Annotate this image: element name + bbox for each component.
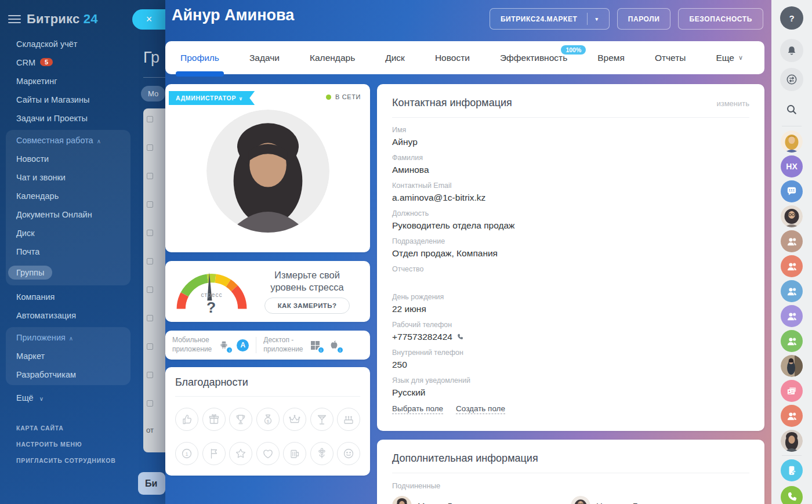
sidebar-item-market[interactable]: Маркет	[6, 347, 130, 365]
sitemap-link[interactable]: КАРТА САЙТА	[0, 420, 136, 436]
row-checkbox[interactable]	[147, 287, 153, 293]
tab-calendar[interactable]: Календарь	[310, 41, 355, 74]
beer-icon[interactable]	[283, 442, 306, 465]
cocktail-icon[interactable]	[310, 408, 334, 431]
tab-reports[interactable]: Отчеты	[655, 41, 686, 74]
configure-menu-link[interactable]: НАСТРОИТЬ МЕНЮ	[0, 436, 136, 452]
row-checkbox[interactable]	[147, 343, 153, 350]
hamburger-menu-icon[interactable]	[8, 15, 21, 23]
create-field-link[interactable]: Создать поле	[456, 404, 505, 414]
sidebar-item-developers[interactable]: Разработчикам	[6, 365, 130, 384]
gratitudes-title: Благодарности	[175, 376, 360, 389]
trophy-icon[interactable]	[229, 408, 252, 431]
sidebar-item-automation[interactable]: Автоматизация	[0, 306, 136, 325]
apple-icon[interactable]: ↓	[328, 339, 340, 351]
sidebar-item-warehouse[interactable]: Складской учёт	[0, 35, 136, 53]
tab-news[interactable]: Новости	[435, 41, 470, 74]
row-checkbox[interactable]	[147, 258, 153, 264]
admin-role-badge[interactable]: АДМИНИСТРАТОР∨	[169, 91, 255, 105]
crown-icon[interactable]	[283, 408, 306, 431]
feed-updates-icon[interactable]	[780, 68, 803, 91]
windows-icon[interactable]: ↓	[309, 339, 321, 351]
tab-efficiency[interactable]: Эффективность 100%	[500, 41, 567, 74]
people-icon[interactable]	[781, 230, 803, 252]
subordinate-maria[interactable]: Мария Лазарева	[392, 496, 571, 504]
row-checkbox[interactable]	[147, 372, 153, 378]
sidebar-item-news[interactable]: Новости	[6, 150, 130, 168]
row-checkbox[interactable]	[147, 116, 153, 122]
row-checkbox[interactable]	[147, 201, 153, 208]
select-field-link[interactable]: Выбрать поле	[392, 404, 443, 414]
people-icon[interactable]	[781, 255, 803, 277]
people-icon[interactable]	[781, 405, 803, 427]
tab-tasks[interactable]: Задачи	[249, 41, 280, 74]
row-checkbox[interactable]	[147, 173, 153, 179]
sidebar-group-collaboration-header[interactable]: Совместная работа∧	[6, 131, 130, 150]
heart-icon[interactable]	[256, 442, 280, 465]
android-icon[interactable]: ↓	[217, 339, 230, 351]
profile-avatar[interactable]	[206, 110, 329, 233]
bitrix-market-button[interactable]: БИТРИКС24.МАРКЕТ ▾	[490, 8, 610, 30]
sidebar-item-tasks[interactable]: Задачи и Проекты	[0, 109, 136, 128]
tab-time[interactable]: Время	[597, 41, 625, 74]
app-logo[interactable]: Битрикс 24	[0, 0, 136, 27]
thumbs-up-icon[interactable]	[175, 408, 198, 431]
flag-icon[interactable]	[202, 442, 226, 465]
sidebar-item-more[interactable]: Ещё ∨	[0, 387, 136, 407]
flower-icon[interactable]	[310, 442, 334, 465]
close-slider-button[interactable]: ×	[132, 9, 166, 30]
passwords-button[interactable]: ПАРОЛИ	[617, 8, 671, 30]
tab-disk[interactable]: Диск	[385, 41, 405, 74]
appstore-icon[interactable]: A	[237, 339, 249, 351]
row-checkbox[interactable]	[147, 315, 153, 321]
user-avatar[interactable]	[781, 130, 803, 153]
tab-profile[interactable]: Профиль	[180, 41, 219, 74]
people-icon[interactable]	[781, 305, 803, 327]
sidebar-item-chat[interactable]: Чат и звонки	[6, 168, 130, 187]
sidebar-item-calendar[interactable]: Календарь	[6, 187, 130, 205]
user-avatar[interactable]	[781, 355, 803, 377]
mobile-app-label: Мобильное приложение	[172, 336, 212, 354]
contact-card-icon[interactable]	[781, 380, 803, 402]
sidebar-item-disk[interactable]: Диск	[6, 224, 130, 242]
row-checkbox[interactable]	[147, 230, 153, 236]
mobile-app-icon[interactable]	[781, 459, 803, 481]
smiley-icon[interactable]	[337, 442, 360, 465]
user-avatar[interactable]	[781, 205, 803, 227]
user-avatar-partial[interactable]	[781, 430, 803, 452]
sidebar-item-company[interactable]: Компания	[0, 288, 136, 306]
help-icon[interactable]: ?	[780, 6, 803, 30]
gift-icon[interactable]	[202, 408, 226, 431]
money-bag-icon[interactable]: $	[256, 408, 280, 431]
tab-more[interactable]: Еще∨	[716, 41, 743, 74]
sidebar-item-mail[interactable]: Почта	[6, 242, 130, 261]
phone-icon[interactable]	[456, 333, 464, 341]
medal-one-icon[interactable]: 1	[175, 442, 198, 465]
notifications-bell-icon[interactable]	[780, 39, 803, 62]
row-checkbox[interactable]	[147, 144, 153, 151]
sidebar-item-docs-online[interactable]: Документы Онлайн	[6, 205, 130, 224]
invite-employees-link[interactable]: ПРИГЛАСИТЬ СОТРУДНИКОВ	[0, 452, 136, 469]
background-filter-chip[interactable]: Мо	[141, 86, 165, 101]
edit-link[interactable]: изменить	[716, 99, 749, 108]
search-icon[interactable]	[780, 98, 803, 121]
star-icon[interactable]	[229, 442, 252, 465]
people-icon[interactable]	[781, 330, 803, 352]
sidebar-item-sites[interactable]: Сайты и Магазины	[0, 90, 136, 109]
sidebar-item-groups[interactable]: Группы	[6, 261, 130, 284]
background-helper-button[interactable]: Би	[138, 472, 165, 495]
sidebar-item-marketing[interactable]: Маркетинг	[0, 72, 136, 90]
sidebar-item-crm[interactable]: CRM5	[0, 53, 136, 72]
security-button[interactable]: БЕЗОПАСНОСТЬ	[678, 8, 763, 30]
cake-icon[interactable]	[337, 408, 360, 431]
subordinate-natalia[interactable]: Наталья Грихина	[571, 496, 749, 504]
row-checkbox[interactable]	[147, 400, 153, 407]
how-to-measure-button[interactable]: КАК ЗАМЕРИТЬ?	[264, 298, 350, 314]
group-chat-icon[interactable]	[781, 180, 803, 202]
chevron-down-icon[interactable]: ▾	[596, 16, 599, 22]
call-phone-icon[interactable]	[781, 486, 803, 504]
chat-avatar-hx[interactable]: HX	[781, 155, 803, 177]
people-icon[interactable]	[781, 280, 803, 302]
download-badge-icon: ↓	[317, 346, 325, 354]
sidebar-group-apps-header[interactable]: Приложения∧	[6, 328, 130, 347]
